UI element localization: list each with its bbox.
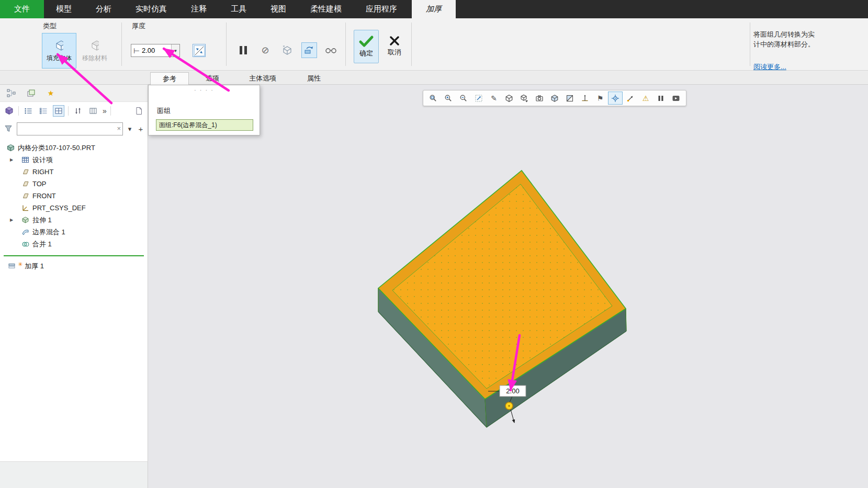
search-options-dropdown[interactable]: ▾ — [126, 125, 134, 133]
ribbon-separator — [750, 22, 750, 66]
menu-tab-thicken[interactable]: 加厚 — [412, 0, 456, 18]
filter-funnel-icon[interactable] — [3, 123, 14, 134]
tree-item-label: 加厚 1 — [25, 262, 44, 271]
tree-row-top-plane[interactable]: TOP — [0, 178, 148, 190]
expander-icon[interactable]: ▶ — [10, 218, 13, 222]
capture-image-button[interactable] — [532, 92, 547, 105]
tab-options[interactable]: 选项 — [190, 72, 235, 85]
favorites-star-icon[interactable]: ★ — [45, 87, 57, 99]
tree-row-right-plane[interactable]: RIGHT — [0, 166, 148, 178]
zoom-window-button[interactable] — [426, 92, 441, 105]
datum-display-button[interactable] — [578, 92, 592, 105]
tree-row-part-root[interactable]: 内格分类107-107-50.PRT — [0, 142, 148, 154]
cancel-button[interactable]: 取消 — [382, 30, 407, 63]
quilt-label: 面组 — [157, 106, 171, 116]
zoom-in-button[interactable] — [441, 92, 456, 105]
wireframe-preview-button[interactable] — [279, 42, 295, 58]
dragger-button[interactable] — [623, 92, 638, 105]
document-page-icon[interactable] — [133, 105, 144, 117]
add-filter-button[interactable]: + — [137, 124, 145, 133]
zoom-out-icon — [459, 94, 468, 103]
tree-search-input[interactable] — [17, 123, 122, 135]
warning-button[interactable]: ⚠ — [638, 92, 653, 105]
left-panel-footer — [0, 461, 148, 488]
saved-orientations-button[interactable] — [502, 92, 516, 105]
dimension-value-text[interactable]: 2.00 — [506, 387, 519, 395]
tree-header-row1: ★ — [0, 85, 148, 102]
section-icon — [566, 94, 574, 103]
menu-tab-live-simulation[interactable]: 实时仿真 — [123, 0, 179, 18]
repaint-button[interactable]: ✎ — [487, 92, 501, 105]
tree-item-label: 设计项 — [32, 155, 53, 165]
tree-root-label: 内格分类107-107-50.PRT — [18, 143, 95, 153]
sort-order-icon[interactable] — [72, 105, 84, 117]
panel-drag-handle[interactable]: · · · · — [149, 87, 260, 93]
menu-tab-flexible-modeling[interactable]: 柔性建模 — [298, 0, 354, 18]
quilt-reference-field[interactable]: 面组:F6(边界混合_1) — [156, 119, 253, 131]
tree-row-thicken-pending[interactable]: ✳ 加厚 1 — [0, 260, 148, 272]
remove-material-button[interactable]: 移除材料 — [77, 33, 112, 69]
model-tree: 内格分类107-107-50.PRT ▶ 设计项 — [0, 138, 148, 272]
view-manager-button[interactable] — [517, 92, 532, 105]
search-clear-icon[interactable]: × — [117, 124, 121, 133]
dashboard-tabstrip: 参考 选项 主体选项 属性 — [0, 71, 868, 85]
tab-body-options[interactable]: 主体选项 — [236, 72, 289, 85]
menu-tab-view[interactable]: 视图 — [258, 0, 298, 18]
display-style-button[interactable] — [547, 92, 562, 105]
expander-icon[interactable]: ▶ — [10, 157, 13, 162]
zoom-window-icon — [429, 94, 437, 103]
layer-tree-icon[interactable] — [25, 87, 37, 99]
list-view-icon[interactable] — [22, 105, 34, 117]
tab-properties[interactable]: 属性 — [290, 72, 337, 85]
column-settings-icon[interactable] — [87, 105, 99, 117]
menu-tab-model[interactable]: 模型 — [44, 0, 84, 18]
tree-item-label: RIGHT — [32, 168, 53, 176]
refit-button[interactable] — [471, 92, 486, 105]
menu-tab-file[interactable]: 文件 — [0, 0, 44, 18]
tree-item-label: 合并 1 — [32, 240, 52, 249]
tree-item-label: 边界混合 1 — [32, 228, 65, 237]
model-tree-panel: ★ — [0, 85, 148, 461]
resume-button[interactable] — [669, 92, 683, 105]
tree-row-boundary-blend[interactable]: 边界混合 1 — [0, 226, 148, 238]
tab-references[interactable]: 参考 — [150, 72, 189, 85]
ok-button[interactable]: 确定 — [354, 30, 379, 63]
tree-row-extrude[interactable]: ▶ 拉伸 1 — [0, 214, 148, 226]
tree-row-csys[interactable]: PRT_CSYS_DEF — [0, 202, 148, 214]
section-button[interactable] — [562, 92, 577, 105]
overflow-chevrons[interactable]: » — [103, 107, 107, 115]
flip-direction-button[interactable] — [193, 44, 206, 57]
no-preview-button[interactable]: ⊘ — [257, 42, 273, 58]
insertion-locator-line[interactable] — [4, 255, 144, 256]
fill-solid-button[interactable]: 填充实体 — [42, 33, 76, 69]
pause-regeneration-button[interactable] — [653, 92, 668, 105]
menu-tab-annotate[interactable]: 注释 — [179, 0, 219, 18]
menu-tab-analysis[interactable]: 分析 — [84, 0, 123, 18]
detail-list-icon[interactable] — [38, 105, 49, 117]
tree-columns-icon[interactable] — [53, 105, 64, 117]
tree-row-design-items[interactable]: ▶ 设计项 — [0, 154, 148, 166]
zoom-out-button[interactable] — [456, 92, 471, 105]
remove-material-icon — [91, 39, 99, 52]
tree-item-label: TOP — [32, 180, 47, 188]
thicken-icon — [7, 262, 16, 270]
annotation-display-button[interactable]: ⚑ — [593, 92, 607, 105]
geometry-preview-button[interactable] — [301, 42, 317, 58]
spin-center-button[interactable] — [608, 92, 623, 105]
pause-button[interactable] — [235, 42, 251, 58]
pending-feature-icon: ✳ — [18, 261, 22, 268]
glasses-check-button[interactable] — [323, 42, 339, 58]
model-display-icon[interactable] — [3, 105, 15, 117]
thickness-dropdown-button[interactable]: ▾ — [171, 44, 179, 56]
extrude-icon — [21, 216, 29, 224]
glasses-icon — [325, 46, 337, 54]
thickness-input[interactable] — [142, 45, 171, 56]
tree-row-front-plane[interactable]: FRONT — [0, 190, 148, 202]
navigator-tree-icon[interactable] — [5, 87, 17, 99]
tree-row-merge[interactable]: 合并 1 — [0, 238, 148, 250]
menu-tab-tools[interactable]: 工具 — [219, 0, 258, 18]
graphics-area[interactable]: 2.00 — [148, 85, 868, 488]
menu-tab-applications[interactable]: 应用程序 — [354, 0, 409, 18]
thickness-field-group: ⊢ ▾ — [131, 44, 180, 57]
read-more-link[interactable]: 阅读更多... — [753, 62, 786, 72]
